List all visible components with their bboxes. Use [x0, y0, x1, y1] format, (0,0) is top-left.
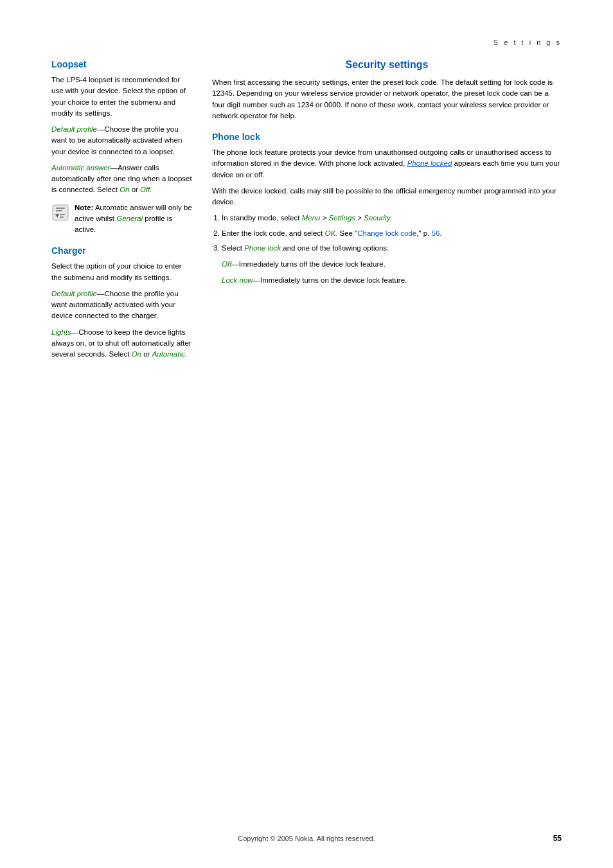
option-off-text: —Immediately turns off the device lock f…: [231, 260, 385, 268]
step3-italic: Phone lock: [244, 244, 281, 252]
step-3: Select Phone lock and one of the followi…: [222, 243, 562, 287]
step2-link: Change lock code: [357, 229, 416, 237]
phone-lock-steps: In standby mode, select Menu > Settings …: [212, 213, 562, 286]
step-2: Enter the lock code, and select OK. See …: [222, 228, 562, 239]
page-footer: Copyright © 2005 Nokia. All rights reser…: [0, 835, 613, 842]
step2-pagenum: 56.: [432, 229, 442, 237]
loopset-auto-answer: Automatic answer—Answer calls automatica…: [51, 163, 193, 196]
option-off: Off—Immediately turns off the device loc…: [222, 259, 562, 270]
step2-p: ," p.: [416, 229, 431, 237]
auto-answer-label: Automatic answer: [51, 164, 110, 172]
note-bold: Note:: [75, 204, 93, 211]
charger-lights: Lights—Choose to keep the device lights …: [51, 327, 193, 360]
step2-see: See ": [337, 229, 357, 237]
step1-mid: >: [320, 214, 328, 222]
charger-default-label: Default profile: [51, 290, 97, 297]
svg-rect-2: [56, 210, 62, 211]
step1-menu: Menu: [302, 214, 321, 222]
phone-lock-para1: The phone lock feature protects your dev…: [212, 147, 562, 181]
auto-answer-off: Off.: [140, 186, 152, 193]
note-general: General: [116, 215, 143, 222]
auto-answer-or: or: [129, 186, 140, 193]
step1-security: Security.: [364, 214, 392, 222]
charger-lights-on: On: [132, 350, 141, 358]
footer-page-number: 55: [553, 834, 562, 843]
loopset-intro: The LPS-4 loopset is recommended for use…: [51, 75, 193, 119]
charger-lights-or: or: [141, 350, 152, 358]
step2-ok: OK.: [324, 229, 337, 237]
security-section: Security settings When first accessing t…: [212, 59, 562, 121]
svg-rect-5: [60, 217, 64, 218]
step-1: In standby mode, select Menu > Settings …: [222, 213, 562, 224]
right-column: Security settings When first accessing t…: [212, 59, 562, 365]
note-icon: [51, 204, 69, 222]
header-text: S e t t i n g s: [493, 39, 562, 46]
step1-text: In standby mode, select: [222, 214, 302, 222]
option-off-label: Off: [222, 260, 231, 268]
step2-text: Enter the lock code, and select: [222, 229, 324, 237]
page-header: S e t t i n g s: [0, 0, 613, 53]
page: S e t t i n g s Loopset The LPS-4 loopse…: [0, 0, 613, 868]
note-text: Note: Automatic answer will only be acti…: [75, 202, 193, 236]
charger-lights-label: Lights: [51, 328, 71, 336]
loopset-title: Loopset: [51, 59, 193, 69]
step3-cont: and one of the following options:: [281, 244, 389, 252]
phone-lock-section: Phone lock The phone lock feature protec…: [212, 132, 562, 287]
auto-answer-on: On: [120, 186, 129, 193]
svg-rect-1: [56, 208, 65, 209]
charger-default-profile: Default profile—Choose the profile you w…: [51, 288, 193, 322]
sub-options: Off—Immediately turns off the device loc…: [222, 259, 562, 287]
step1-settings: Settings: [329, 214, 356, 222]
note-box: Note: Automatic answer will only be acti…: [51, 202, 193, 236]
loopset-section: Loopset The LPS-4 loopset is recommended…: [51, 59, 193, 235]
loopset-default-profile: Default profile—Choose the profile you w…: [51, 124, 193, 157]
left-column: Loopset The LPS-4 loopset is recommended…: [51, 59, 193, 365]
phone-lock-para2: With the device locked, calls may still …: [212, 186, 562, 208]
charger-intro: Select the option of your choice to ente…: [51, 261, 193, 283]
charger-section: Charger Select the option of your choice…: [51, 245, 193, 360]
option-locknow-text: —Immediately turns on the device lock fe…: [253, 276, 407, 284]
option-locknow-label: Lock now: [222, 276, 253, 284]
charger-title: Charger: [51, 245, 193, 256]
content-area: Loopset The LPS-4 loopset is recommended…: [0, 53, 613, 391]
charger-lights-auto: Automatic.: [152, 350, 187, 358]
step1-gt: >: [355, 214, 364, 222]
svg-rect-0: [53, 205, 68, 220]
phone-locked-italic: Phone locked: [407, 159, 452, 167]
footer-copyright: Copyright © 2005 Nokia. All rights reser…: [51, 835, 562, 842]
option-locknow: Lock now—Immediately turns on the device…: [222, 275, 562, 286]
default-profile-label: Default profile: [51, 125, 97, 133]
phone-lock-title: Phone lock: [212, 132, 562, 142]
step3-text: Select: [222, 244, 244, 252]
security-intro: When first accessing the security settin…: [212, 77, 562, 121]
security-title: Security settings: [212, 59, 562, 71]
svg-rect-4: [60, 214, 65, 215]
